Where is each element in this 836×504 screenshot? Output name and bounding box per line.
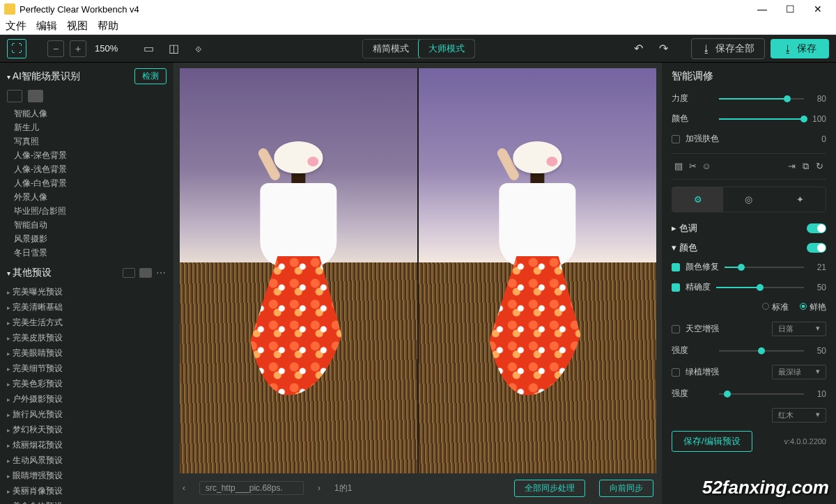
preset-item[interactable]: 眼睛增强预设: [7, 468, 167, 484]
ai-scene-title[interactable]: AI智能场景识别: [7, 70, 80, 83]
zoom-in-button[interactable]: +: [70, 40, 86, 57]
preset-item[interactable]: 完美眼睛预设: [7, 346, 167, 361]
close-button[interactable]: ✕: [804, 3, 832, 15]
sky-strength-slider[interactable]: [719, 350, 804, 352]
strength-label: 力度: [672, 93, 713, 104]
next-image-button[interactable]: ›: [318, 483, 320, 493]
preview-area: [180, 68, 656, 473]
preset-grid-icon[interactable]: [123, 268, 135, 278]
scene-item[interactable]: 智能人像: [14, 107, 167, 120]
color-toggle[interactable]: [807, 243, 826, 253]
sync-all-button[interactable]: 全部同步处理: [514, 480, 585, 497]
tone-section[interactable]: ▸ 色调: [672, 222, 697, 235]
accuracy-slider[interactable]: [716, 287, 804, 288]
tab-adjust[interactable]: ⚙: [672, 187, 723, 212]
detect-button[interactable]: 检测: [134, 68, 167, 84]
preset-list-icon[interactable]: [139, 268, 152, 278]
prev-image-button[interactable]: ‹: [183, 483, 185, 493]
scene-item[interactable]: 智能自动: [14, 218, 167, 232]
zoom-level: 150%: [95, 43, 118, 54]
preview-after: [419, 68, 656, 473]
face-icon[interactable]: ☺: [699, 161, 713, 172]
green-select[interactable]: 最深绿▾: [772, 365, 826, 379]
preset-item[interactable]: 美丽肖像预设: [7, 484, 167, 499]
view-split-icon[interactable]: ◫: [164, 39, 183, 58]
menu-file[interactable]: 文件: [6, 19, 26, 33]
watermark: 52fanxing.com: [702, 477, 829, 498]
view-crop-icon[interactable]: ⟐: [189, 39, 208, 58]
version-label: v:4.0.0.2200: [784, 437, 826, 446]
sync-forward-button[interactable]: 向前同步: [599, 480, 653, 497]
preset-item[interactable]: 完美清晰基础: [7, 300, 167, 315]
preset-item[interactable]: 炫丽烟花预设: [7, 438, 167, 453]
undo-button[interactable]: ↶: [628, 39, 648, 58]
list-view-icon[interactable]: [28, 90, 43, 102]
preset-item[interactable]: 完美细节预设: [7, 361, 167, 377]
reset-icon[interactable]: ↻: [812, 161, 826, 172]
preset-item[interactable]: 旅行风光预设: [7, 407, 167, 423]
tab-global[interactable]: ◎: [723, 187, 774, 212]
preset-item[interactable]: 梦幻秋天预设: [7, 423, 167, 438]
skin-checkbox[interactable]: [672, 135, 680, 143]
adjust-panel-title: 智能调修: [672, 70, 826, 83]
green-checkbox[interactable]: [672, 368, 680, 377]
scene-item[interactable]: 人像-白色背景: [14, 176, 167, 190]
radio-standard[interactable]: [762, 303, 769, 310]
mode-master[interactable]: 大师模式: [418, 39, 475, 58]
tone-toggle[interactable]: [807, 223, 826, 233]
accuracy-checkbox[interactable]: [672, 283, 680, 292]
tab-effects[interactable]: ✦: [775, 187, 826, 212]
scene-item[interactable]: 人像-浅色背景: [14, 162, 167, 176]
scene-item[interactable]: 写真照: [14, 134, 167, 148]
crop-icon[interactable]: ✂: [686, 161, 699, 172]
preset-item[interactable]: 完美皮肤预设: [7, 331, 167, 346]
color-section[interactable]: ▾ 颜色: [672, 242, 697, 254]
preset-item[interactable]: 完美色彩预设: [7, 377, 167, 392]
sky-select[interactable]: 日落▾: [772, 322, 826, 336]
sky-checkbox[interactable]: [672, 325, 680, 333]
other-presets-title[interactable]: 其他预设: [7, 267, 52, 279]
green-strength-slider[interactable]: [719, 393, 804, 395]
export-icon[interactable]: ⇥: [784, 161, 798, 172]
scene-item[interactable]: 冬日雪景: [14, 246, 167, 258]
colorfix-slider[interactable]: [725, 267, 804, 268]
window-title: Perfectly Clear Workbench v4: [20, 4, 139, 15]
preset-item[interactable]: 美食食物预设: [7, 499, 167, 504]
menu-help[interactable]: 帮助: [98, 19, 118, 33]
colorfix-checkbox[interactable]: [672, 263, 680, 271]
mode-simple[interactable]: 精简模式: [363, 40, 419, 58]
histogram-icon[interactable]: ▨: [672, 161, 686, 172]
color-slider[interactable]: [719, 118, 804, 120]
copy-icon[interactable]: ⧉: [798, 161, 812, 172]
scene-item[interactable]: 风景摄影: [14, 232, 167, 246]
save-button[interactable]: ⭳ 保存: [771, 39, 829, 58]
maximize-button[interactable]: ☐: [776, 3, 804, 15]
scene-item[interactable]: 外景人像: [14, 190, 167, 204]
preset-item[interactable]: 户外摄影预设: [7, 392, 167, 407]
fit-screen-icon[interactable]: ⛶: [7, 39, 26, 58]
preset-item[interactable]: 完美生活方式: [7, 315, 167, 331]
menu-view[interactable]: 视图: [67, 19, 88, 33]
strength-slider[interactable]: [719, 98, 804, 100]
preset-item[interactable]: 完美曝光预设: [7, 285, 167, 300]
preset-item[interactable]: 生动风景预设: [7, 453, 167, 468]
scene-item[interactable]: 新生儿: [14, 120, 167, 134]
zoom-out-button[interactable]: −: [47, 40, 64, 57]
save-all-button[interactable]: ⭳ 保存全部: [691, 38, 765, 59]
app-icon: [4, 3, 15, 15]
save-preset-button[interactable]: 保存/编辑预设: [672, 431, 752, 452]
page-counter: 1的1: [334, 482, 352, 494]
wood-select[interactable]: 红木▾: [772, 408, 826, 423]
color-label: 颜色: [672, 113, 713, 125]
scene-item[interactable]: 毕业照/合影照: [14, 204, 167, 218]
redo-button[interactable]: ↷: [653, 39, 673, 58]
scene-item[interactable]: 人像-深色背景: [14, 148, 167, 162]
minimize-button[interactable]: —: [748, 3, 776, 15]
preset-more-icon[interactable]: ⋯: [156, 267, 167, 278]
grid-view-icon[interactable]: [7, 90, 22, 102]
preview-before: [180, 68, 417, 473]
menu-edit[interactable]: 编辑: [36, 19, 57, 33]
filename-field[interactable]: src_http___pic.68ps.: [199, 481, 304, 495]
view-single-icon[interactable]: ▭: [139, 39, 158, 58]
radio-vivid[interactable]: [800, 303, 807, 310]
